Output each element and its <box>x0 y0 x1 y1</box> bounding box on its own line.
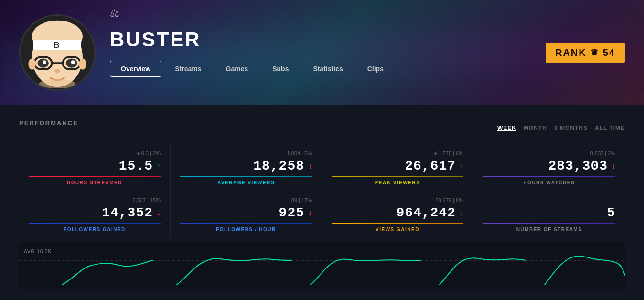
label-followers: FOLLOWERS GAINED <box>29 227 161 232</box>
bar-followers <box>29 223 161 224</box>
stats-row-2: - 2,537 | 15% 14,352 ↓ FOLLOWERS GAINED … <box>19 190 625 237</box>
stat-change-watched: - 8,837 | 3% <box>483 150 615 156</box>
stat-value-row-followers: 14,352 ↓ <box>29 205 161 220</box>
filter-3months[interactable]: 3 MONTHS <box>554 125 588 131</box>
arrow-down-watched: ↓ <box>612 162 615 171</box>
stat-value-fph: 925 <box>279 205 304 220</box>
stat-value-row-watched: 283,303 ↓ <box>483 159 615 173</box>
stat-value-hours: 15.5 <box>119 159 153 173</box>
avatar: B <box>19 14 96 91</box>
stat-value-row-views: 964,242 ↓ <box>332 205 463 220</box>
stat-avg-viewers: - 1,004 | 5% 18,258 ↓ AVERAGE VIEWERS <box>171 143 322 190</box>
svg-point-11 <box>54 69 60 73</box>
rank-badge: RANK ♛ 54 <box>546 43 625 63</box>
stat-hours-streamed: + 0.3 | 2% 15.5 ↑ HOURS STREAMED <box>19 143 171 190</box>
filter-alltime[interactable]: ALL TIME <box>595 125 625 131</box>
stat-num-streams: 5 NUMBER OF STREAMS <box>473 190 625 237</box>
nav-tabs: Overview Streams Games Subs Statistics C… <box>110 61 546 77</box>
chart-svg <box>19 249 625 287</box>
chart-area: AVG 18.3K <box>19 242 625 289</box>
stat-value-row-peak: 26,617 ↑ <box>332 159 463 173</box>
stat-change-hours: + 0.3 | 2% <box>29 150 161 156</box>
arrow-down-avg: ↓ <box>308 162 312 171</box>
crown-icon: ♛ <box>590 47 599 58</box>
tab-clips[interactable]: Clips <box>356 61 395 77</box>
label-fph: FOLLOWERS / HOUR <box>180 227 312 232</box>
tab-overview[interactable]: Overview <box>110 61 161 77</box>
svg-text:B: B <box>54 40 60 50</box>
stat-hours-watched: - 8,837 | 3% 283,303 ↓ HOURS WATCHED <box>473 143 625 190</box>
stat-change-peak: + 1,570 | 6% <box>332 150 463 156</box>
svg-point-9 <box>43 60 46 64</box>
bar-avg <box>180 176 312 177</box>
stat-value-row-hours: 15.5 ↑ <box>29 159 161 173</box>
stat-change-views: - 88,279 | 8% <box>332 197 463 203</box>
tab-streams[interactable]: Streams <box>164 61 212 77</box>
stat-views-gained: - 88,279 | 8% 964,242 ↓ VIEWS GAINED <box>322 190 473 237</box>
main-content: PERFORMANCE WEEK MONTH 3 MONTHS ALL TIME… <box>0 105 644 300</box>
stat-change-streams <box>483 197 615 203</box>
streamer-name: BUSTER <box>110 28 546 51</box>
arrow-up-peak: ↑ <box>460 162 463 171</box>
stat-value-followers: 14,352 <box>102 205 153 220</box>
performance-title: PERFORMANCE <box>19 119 78 127</box>
tab-subs[interactable]: Subs <box>261 61 300 77</box>
stat-change-avg: - 1,004 | 5% <box>180 150 312 156</box>
filter-month[interactable]: MONTH <box>524 125 547 131</box>
performance-header: PERFORMANCE WEEK MONTH 3 MONTHS ALL TIME <box>19 119 625 136</box>
bar-views <box>332 223 463 224</box>
stat-value-row-streams: 5 <box>483 205 615 220</box>
label-peak: PEAK VIEWERS <box>332 180 463 185</box>
tab-statistics[interactable]: Statistics <box>302 61 354 77</box>
arrow-down-views: ↓ <box>460 209 463 217</box>
avg-label: AVG 18.3K <box>24 249 52 254</box>
stat-value-avg: 18,258 <box>253 159 304 173</box>
arrow-down-fph: ↓ <box>308 209 312 217</box>
bar-streams <box>483 223 615 224</box>
stat-followers-hour: - 189 | 17% 925 ↓ FOLLOWERS / HOUR <box>171 190 322 237</box>
time-filters: WEEK MONTH 3 MONTHS ALL TIME <box>497 125 625 131</box>
svg-point-12 <box>28 59 35 70</box>
svg-point-13 <box>79 59 86 70</box>
svg-point-10 <box>71 60 75 64</box>
label-hours: HOURS STREAMED <box>29 180 161 185</box>
label-avg: AVERAGE VIEWERS <box>180 180 312 185</box>
stat-value-streams: 5 <box>607 205 615 220</box>
stat-value-watched: 283,303 <box>548 159 608 173</box>
arrow-down-followers: ↓ <box>157 209 161 217</box>
stats-row-1: + 0.3 | 2% 15.5 ↑ HOURS STREAMED - 1,004… <box>19 143 625 190</box>
bar-fph <box>180 223 312 224</box>
stat-value-views: 964,242 <box>396 205 456 220</box>
tab-games[interactable]: Games <box>215 61 259 77</box>
rank-label: RANK <box>555 47 587 58</box>
stat-value-row-fph: 925 ↓ <box>180 205 312 220</box>
stat-change-followers: - 2,537 | 15% <box>29 197 161 203</box>
stat-value-row-avg: 18,258 ↓ <box>180 159 312 173</box>
header-info: BUSTER Overview Streams Games Subs Stati… <box>110 28 546 77</box>
rank-number: 54 <box>603 47 615 58</box>
stat-value-peak: 26,617 <box>405 159 456 173</box>
label-streams: NUMBER OF STREAMS <box>483 227 615 232</box>
header-banner: ⚖ B <box>0 0 644 105</box>
label-watched: HOURS WATCHED <box>483 180 615 185</box>
svg-point-14 <box>39 79 76 88</box>
bar-watched <box>483 176 615 177</box>
filter-week[interactable]: WEEK <box>497 125 516 131</box>
bar-hours <box>29 176 161 177</box>
stat-followers-gained: - 2,537 | 15% 14,352 ↓ FOLLOWERS GAINED <box>19 190 171 237</box>
stat-change-fph: - 189 | 17% <box>180 197 312 203</box>
bar-peak <box>332 176 463 177</box>
balance-icon: ⚖ <box>110 7 119 20</box>
arrow-up-hours: ↑ <box>157 162 161 171</box>
stat-peak-viewers: + 1,570 | 6% 26,617 ↑ PEAK VIEWERS <box>322 143 473 190</box>
label-views: VIEWS GAINED <box>332 227 463 232</box>
